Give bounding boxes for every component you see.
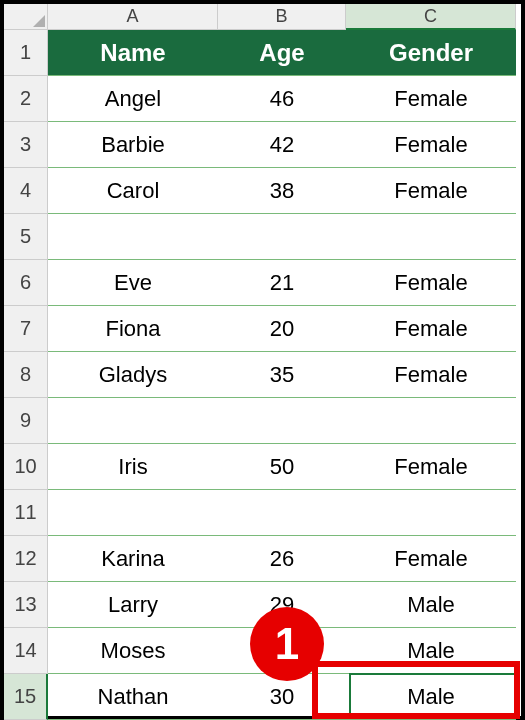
row-head-10[interactable]: 10 <box>4 444 48 490</box>
col-head-a[interactable]: A <box>48 4 218 30</box>
cell-c1-header[interactable]: Gender <box>346 30 516 76</box>
cell-c14[interactable]: Male <box>346 628 516 674</box>
cell-b7[interactable]: 20 <box>218 306 346 352</box>
spreadsheet-container: A B C 1 Name Age Gender 2 Angel 46 Femal… <box>0 0 525 720</box>
cell-c12[interactable]: Female <box>346 536 516 582</box>
cell-a13[interactable]: Larry <box>48 582 218 628</box>
cell-c3[interactable]: Female <box>346 122 516 168</box>
cell-a15[interactable]: Nathan <box>48 674 218 720</box>
cell-b8[interactable]: 35 <box>218 352 346 398</box>
cell-b5[interactable] <box>218 214 346 260</box>
cell-b2[interactable]: 46 <box>218 76 346 122</box>
cell-c15-active[interactable]: Male <box>346 674 516 720</box>
cell-c7[interactable]: Female <box>346 306 516 352</box>
cell-b14[interactable]: 26 <box>218 628 346 674</box>
select-all-corner[interactable] <box>4 4 48 30</box>
row-head-1[interactable]: 1 <box>4 30 48 76</box>
cell-b1-header[interactable]: Age <box>218 30 346 76</box>
col-head-c[interactable]: C <box>346 4 516 30</box>
cell-c10[interactable]: Female <box>346 444 516 490</box>
cell-c6[interactable]: Female <box>346 260 516 306</box>
cell-c11[interactable] <box>346 490 516 536</box>
cell-a14[interactable]: Moses <box>48 628 218 674</box>
cell-b9[interactable] <box>218 398 346 444</box>
cell-b12[interactable]: 26 <box>218 536 346 582</box>
cell-a3[interactable]: Barbie <box>48 122 218 168</box>
cell-c5[interactable] <box>346 214 516 260</box>
row-head-5[interactable]: 5 <box>4 214 48 260</box>
cell-c8[interactable]: Female <box>346 352 516 398</box>
row-head-9[interactable]: 9 <box>4 398 48 444</box>
row-head-14[interactable]: 14 <box>4 628 48 674</box>
cell-a7[interactable]: Fiona <box>48 306 218 352</box>
cell-c4[interactable]: Female <box>346 168 516 214</box>
row-head-15[interactable]: 15 <box>4 674 48 720</box>
row-head-7[interactable]: 7 <box>4 306 48 352</box>
cell-a9[interactable] <box>48 398 218 444</box>
cell-b4[interactable]: 38 <box>218 168 346 214</box>
cell-a8[interactable]: Gladys <box>48 352 218 398</box>
cell-b6[interactable]: 21 <box>218 260 346 306</box>
cell-b13[interactable]: 29 <box>218 582 346 628</box>
row-head-4[interactable]: 4 <box>4 168 48 214</box>
col-head-b[interactable]: B <box>218 4 346 30</box>
cell-a11[interactable] <box>48 490 218 536</box>
row-head-12[interactable]: 12 <box>4 536 48 582</box>
row-head-11[interactable]: 11 <box>4 490 48 536</box>
cell-a6[interactable]: Eve <box>48 260 218 306</box>
cell-a2[interactable]: Angel <box>48 76 218 122</box>
cell-b10[interactable]: 50 <box>218 444 346 490</box>
cell-a5[interactable] <box>48 214 218 260</box>
cell-b3[interactable]: 42 <box>218 122 346 168</box>
row-head-8[interactable]: 8 <box>4 352 48 398</box>
cell-a12[interactable]: Karina <box>48 536 218 582</box>
row-head-13[interactable]: 13 <box>4 582 48 628</box>
row-head-6[interactable]: 6 <box>4 260 48 306</box>
cell-c13[interactable]: Male <box>346 582 516 628</box>
cell-c9[interactable] <box>346 398 516 444</box>
row-head-3[interactable]: 3 <box>4 122 48 168</box>
spreadsheet-grid: A B C 1 Name Age Gender 2 Angel 46 Femal… <box>4 4 521 720</box>
cell-b15[interactable]: 30 <box>218 674 346 720</box>
cell-a1-header[interactable]: Name <box>48 30 218 76</box>
row-head-2[interactable]: 2 <box>4 76 48 122</box>
cell-a10[interactable]: Iris <box>48 444 218 490</box>
cell-c2[interactable]: Female <box>346 76 516 122</box>
cell-b11[interactable] <box>218 490 346 536</box>
cell-a4[interactable]: Carol <box>48 168 218 214</box>
